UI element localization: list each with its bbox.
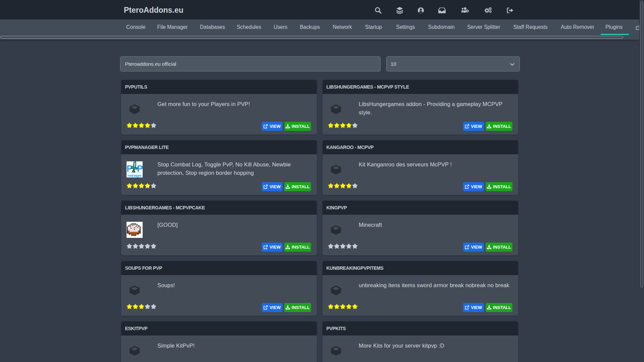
svg-text:P: P: [127, 164, 133, 174]
svg-text:P: P: [137, 164, 143, 174]
svg-text:manager: manager: [127, 173, 142, 177]
